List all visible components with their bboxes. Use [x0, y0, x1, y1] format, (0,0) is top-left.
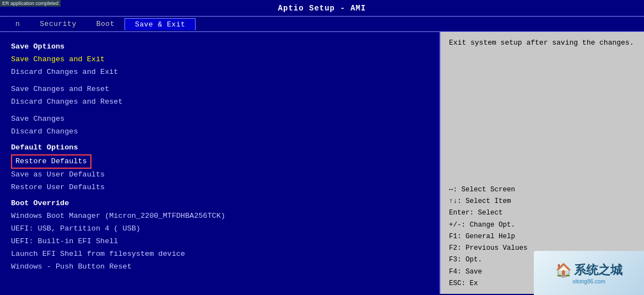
key-help-line-0: ↔: Select Screen	[449, 184, 636, 196]
help-description: Exit system setup after saving the chang…	[449, 37, 636, 49]
menu-item-2-0[interactable]: Save Changes	[11, 113, 429, 126]
section-header-0: Save Options	[11, 41, 429, 53]
spacer-2	[11, 109, 429, 113]
title-bar: Aptio Setup - AMI	[0, 0, 644, 17]
menu-item-3-1[interactable]: Save as User Defaults	[11, 169, 429, 181]
left-panel: Save OptionsSave Changes and ExitDiscard…	[0, 32, 441, 294]
key-help-line-1: ↑↓: Select Item	[449, 196, 636, 207]
menu-tabs: nSecurityBootSave & Exit	[0, 17, 644, 32]
banner-text: ER application completed	[2, 1, 58, 6]
house-icon: 🏠	[555, 262, 572, 278]
menu-item-1-0[interactable]: Save Changes and Reset	[11, 83, 429, 96]
watermark-logo: 🏠 系统之城	[555, 262, 623, 278]
menu-item-4-2[interactable]: UEFI: Built-in EFI Shell	[11, 235, 429, 248]
top-banner: ER application completed	[0, 0, 61, 7]
menu-item-4-4[interactable]: Windows - Push Button Reset	[11, 261, 429, 273]
section-header-3: Default Options	[11, 142, 429, 154]
menu-item-0-1[interactable]: Discard Changes and Exit	[11, 66, 429, 79]
key-help-line-4: F1: General Help	[449, 231, 636, 243]
menu-item-2-1[interactable]: Discard Changes	[11, 126, 429, 138]
key-help-line-3: +/-: Change Opt.	[449, 219, 636, 231]
menu-item-1-1[interactable]: Discard Changes and Reset	[11, 96, 429, 109]
menu-item-0-0[interactable]: Save Changes and Exit	[11, 53, 429, 66]
app-title: Aptio Setup - AMI	[0, 4, 644, 13]
menu-item-4-3[interactable]: Launch EFI Shell from filesystem device	[11, 248, 429, 261]
menu-item-4-1[interactable]: UEFI: USB, Partition 4 ( USB)	[11, 223, 429, 235]
menu-tab-boot[interactable]: Boot	[86, 18, 125, 30]
menu-item-4-0[interactable]: Windows Boot Manager (Micron_2200_MTFDHB…	[11, 210, 429, 223]
watermark-site-name: 系统之城	[574, 262, 623, 278]
watermark-inner: 🏠 系统之城 xitong86.com	[555, 262, 623, 285]
section-header-4: Boot Override	[11, 197, 429, 210]
watermark: 🏠 系统之城 xitong86.com	[534, 251, 644, 295]
menu-item-3-2[interactable]: Restore User Defaults	[11, 181, 429, 194]
menu-tab-save---exit[interactable]: Save & Exit	[125, 18, 196, 30]
spacer-1	[11, 79, 429, 83]
help-text-content: Exit system setup after saving the chang…	[449, 39, 634, 47]
menu-tab-security[interactable]: Security	[30, 18, 86, 30]
menu-item-3-0[interactable]: Restore Defaults	[11, 154, 91, 169]
menu-tab-n[interactable]: n	[6, 18, 30, 30]
key-help-line-2: Enter: Select	[449, 207, 636, 219]
watermark-url: xitong86.com	[555, 278, 623, 285]
